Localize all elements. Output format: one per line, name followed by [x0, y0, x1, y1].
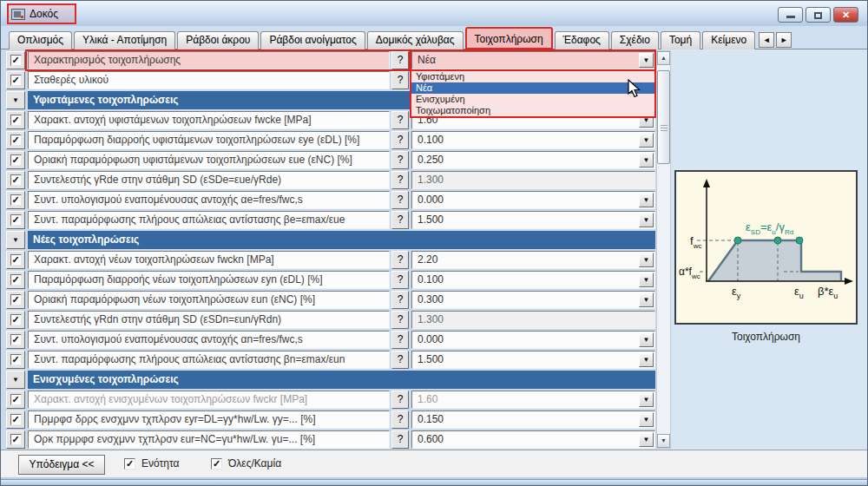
help-button[interactable]: ? — [391, 430, 409, 449]
row-checkbox[interactable]: ✓ — [10, 414, 22, 425]
section-collapse-button[interactable]: ▼ — [6, 231, 25, 249]
row-checkbox[interactable]: ✓ — [10, 174, 22, 186]
row-checkbox[interactable]: ✓ — [10, 434, 22, 445]
combo-arrow-button[interactable]: ▼ — [639, 292, 654, 307]
ey-label: εy — [732, 285, 741, 300]
help-button[interactable]: ? — [391, 331, 409, 349]
value-combobox[interactable]: 0.250▼ — [411, 151, 655, 169]
scrollbar-up-button[interactable]: ▲ — [657, 51, 670, 65]
tab-9[interactable]: Κείμενο — [702, 31, 755, 49]
tab-7[interactable]: Σχέδιο — [611, 31, 659, 49]
value-combobox[interactable]: 0.100▼ — [411, 271, 655, 289]
section-collapse-button[interactable]: ▼ — [6, 371, 25, 389]
value-combobox[interactable]: 1.500▼ — [411, 351, 655, 369]
figure-pane: fwc α*fwc εy εu β*εu εSD=εu/γR — [672, 49, 867, 450]
section-collapse-button[interactable]: ▼ — [6, 91, 25, 109]
combo-arrow-button[interactable]: ▼ — [639, 412, 654, 427]
help-button[interactable]: ? — [391, 271, 409, 289]
sample-button[interactable]: Υπόδειγμα << — [18, 455, 105, 475]
beta-eu-label: β*εu — [818, 285, 838, 300]
row-checkbox[interactable]: ✓ — [10, 254, 22, 266]
value-combobox[interactable]: 1.500▼ — [411, 211, 655, 229]
help-button[interactable]: ? — [391, 131, 409, 149]
value-combobox[interactable]: 0.600▼ — [411, 430, 655, 449]
row-checkbox[interactable]: ✓ — [10, 75, 22, 86]
help-button[interactable]: ? — [391, 251, 409, 269]
help-button[interactable]: ? — [391, 211, 409, 229]
combo-arrow-button[interactable]: ▼ — [639, 253, 654, 267]
tab-4[interactable]: Δομικός χάλυβας — [367, 31, 464, 49]
section-header-bar: Ενισχυμένες τοιχοπληρώσεις — [28, 371, 655, 389]
titlebar[interactable]: Δοκός ✕ — [1, 1, 867, 26]
combo-arrow-button[interactable]: ▼ — [639, 53, 654, 68]
value-combobox[interactable]: 2.20▼ — [411, 251, 655, 269]
dropdown-option-selected[interactable]: Νέα — [411, 82, 654, 94]
help-button[interactable]: ? — [391, 311, 409, 329]
tab-scroll-right-button[interactable]: ► — [776, 32, 792, 48]
value-combobox[interactable]: Νέα▼ — [411, 51, 655, 69]
row-checkbox[interactable]: ✓ — [10, 55, 22, 66]
combo-arrow-button[interactable]: ▼ — [639, 352, 654, 367]
help-button[interactable]: ? — [391, 171, 409, 189]
row-checkbox[interactable]: ✓ — [10, 194, 22, 206]
dropdown-option[interactable]: Τοιχωματοποίηση — [411, 105, 654, 116]
value-field-readonly[interactable]: 1.300 — [411, 171, 655, 189]
all-none-checkbox[interactable]: ✓ — [211, 458, 222, 470]
combo-arrow-button[interactable]: ▼ — [639, 432, 654, 447]
help-button[interactable]: ? — [391, 71, 409, 89]
tab-2[interactable]: Ράβδοι άκρου — [177, 31, 259, 49]
help-button[interactable]: ? — [391, 410, 409, 429]
combo-arrow-button[interactable]: ▼ — [639, 332, 654, 347]
help-button[interactable]: ? — [391, 191, 409, 209]
help-button[interactable]: ? — [391, 391, 409, 409]
value-combobox[interactable]: 0.000▼ — [411, 191, 655, 209]
value-combobox[interactable]: 0.100▼ — [411, 131, 655, 149]
dropdown-option[interactable]: Ενισχυμένη — [411, 94, 654, 105]
tab-0[interactable]: Οπλισμός — [9, 31, 72, 49]
value-combobox[interactable]: 0.150▼ — [411, 410, 655, 429]
row-checkbox[interactable]: ✓ — [10, 314, 22, 325]
combo-arrow-button[interactable]: ▼ — [639, 273, 654, 287]
eu-label: εu — [794, 285, 804, 300]
combo-arrow-button[interactable]: ▼ — [639, 153, 654, 167]
close-button[interactable]: ✕ — [833, 7, 858, 23]
combo-arrow-button[interactable]: ▼ — [639, 392, 654, 407]
tab-scroll-left-button[interactable]: ◄ — [759, 32, 774, 48]
row-checkbox[interactable]: ✓ — [10, 334, 22, 345]
row-checkbox[interactable]: ✓ — [10, 294, 22, 305]
help-button[interactable]: ? — [391, 151, 409, 169]
combo-arrow-button[interactable]: ▼ — [639, 193, 654, 207]
row-checkbox[interactable]: ✓ — [10, 394, 22, 405]
value-combobox[interactable]: 0.300▼ — [411, 291, 655, 309]
scrollbar-down-button[interactable]: ▼ — [657, 434, 670, 448]
curve-fill — [708, 240, 841, 281]
row-checkbox[interactable]: ✓ — [10, 115, 22, 126]
minimize-button[interactable] — [778, 7, 803, 23]
tab-5-selected[interactable]: Τοιχοπλήρωση — [465, 27, 553, 49]
help-button[interactable]: ? — [391, 291, 409, 309]
combo-arrow-button[interactable]: ▼ — [639, 213, 654, 227]
param-row: ✓Πρμρφσ δρρς ενσχμνν τχπλρσν εyr=DL=γy*h… — [1, 410, 656, 429]
row-checkbox[interactable]: ✓ — [10, 274, 22, 286]
tab-1[interactable]: Υλικά - Αποτίμηση — [74, 31, 175, 49]
vertical-scrollbar[interactable]: ▲ ▼ — [656, 50, 671, 449]
value-combobox[interactable]: 0.000▼ — [411, 331, 655, 349]
row-checkbox[interactable]: ✓ — [10, 135, 22, 146]
tab-8[interactable]: Τομή — [661, 31, 700, 49]
row-checkbox[interactable]: ✓ — [10, 154, 22, 166]
value-text: 0.150 — [418, 413, 444, 425]
tab-3[interactable]: Ράβδοι ανοίγματος — [260, 31, 365, 49]
value-field-readonly[interactable]: 1.300 — [411, 311, 655, 329]
tab-6[interactable]: Έδαφος — [555, 31, 609, 49]
section-checkbox[interactable]: ✓ — [124, 458, 135, 470]
combo-arrow-button[interactable]: ▼ — [639, 133, 654, 148]
row-checkbox[interactable]: ✓ — [10, 354, 22, 365]
help-button[interactable]: ? — [391, 111, 409, 129]
maximize-button[interactable] — [806, 7, 831, 23]
value-combobox[interactable]: 1.60▼ — [411, 391, 655, 409]
dropdown-option[interactable]: Υφιστάμενη — [411, 71, 654, 82]
row-checkbox[interactable]: ✓ — [10, 214, 22, 226]
help-button[interactable]: ? — [391, 351, 409, 369]
help-button[interactable]: ? — [391, 51, 409, 69]
scrollbar-thumb[interactable] — [657, 70, 670, 164]
